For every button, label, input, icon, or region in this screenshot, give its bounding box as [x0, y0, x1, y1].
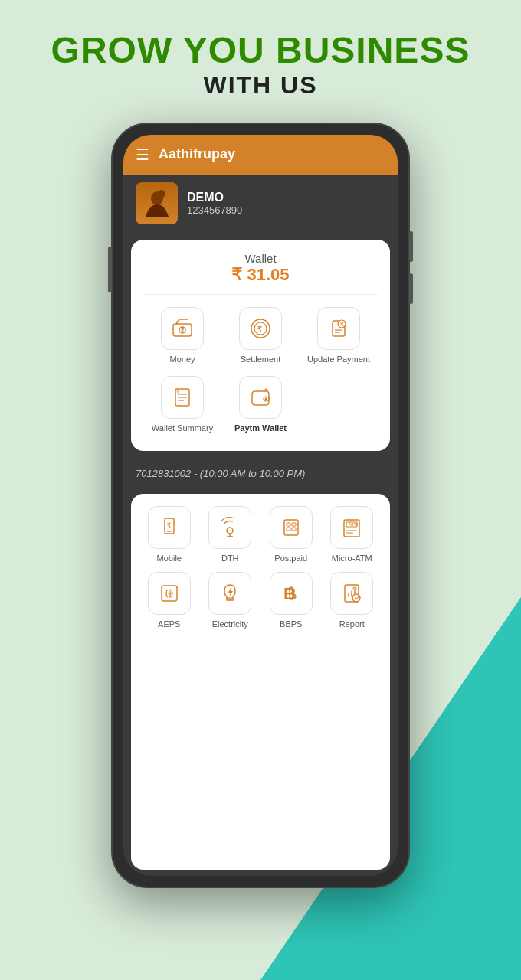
svg-point-43	[352, 594, 360, 602]
services-card: ₹ Mobile	[131, 494, 390, 870]
paytm-wallet-label: Paytm Wallet	[234, 423, 287, 433]
postpaid-icon-box	[270, 506, 313, 549]
postpaid-label: Postpaid	[274, 554, 307, 563]
report-service-button[interactable]: Report	[326, 572, 378, 629]
bbps-service-button[interactable]: B BBPS	[265, 572, 317, 629]
svg-point-1	[158, 190, 165, 198]
money-button[interactable]: ₹ Money	[143, 307, 221, 364]
update-payment-icon: ₹	[326, 316, 351, 341]
phone-wrapper: ☰ Aathifrupay	[0, 122, 521, 888]
hamburger-icon[interactable]: ☰	[136, 145, 149, 164]
aeps-service-button[interactable]: AEPS	[143, 572, 195, 629]
svg-text:ATM: ATM	[349, 522, 358, 527]
power-button[interactable]	[108, 247, 112, 292]
paytm-wallet-button[interactable]: Paytm Wallet	[221, 376, 300, 433]
settlement-icon: ₹	[248, 316, 273, 341]
bbps-icon: B	[279, 581, 303, 606]
dth-icon-box	[208, 506, 251, 549]
wallet-label: Wallet	[143, 252, 378, 265]
app-topbar: ☰ Aathifrupay	[123, 135, 398, 175]
settlement-button[interactable]: ₹ Settlement	[221, 307, 300, 364]
micro-atm-service-button[interactable]: ATM Micro-ATM	[326, 506, 378, 563]
wallet-icons-row-2: ₹ Wallet Summary	[143, 370, 378, 439]
paytm-wallet-icon-box	[239, 376, 282, 419]
mobile-icon-box: ₹	[148, 506, 191, 549]
postpaid-icon	[279, 515, 303, 540]
phone-device: ☰ Aathifrupay	[111, 122, 410, 888]
aeps-icon-box	[148, 572, 191, 615]
header-section: GROW YOU BUSINESS WITH US	[0, 0, 521, 115]
volume-down-button[interactable]	[409, 273, 413, 304]
report-icon-box	[330, 572, 373, 615]
update-payment-icon-box: ₹	[317, 307, 360, 350]
aeps-label: AEPS	[158, 619, 180, 629]
svg-point-24	[227, 528, 233, 534]
svg-point-38	[168, 592, 170, 594]
services-grid: ₹ Mobile	[143, 506, 378, 629]
wallet-divider	[143, 294, 378, 295]
wallet-summary-icon-box: ₹	[161, 376, 204, 419]
wallet-amount: ₹ 31.05	[143, 265, 378, 285]
dth-icon	[218, 515, 242, 540]
profile-info: DEMO 1234567890	[187, 191, 242, 216]
svg-rect-29	[292, 523, 296, 526]
wallet-summary-button[interactable]: ₹ Wallet Summary	[143, 376, 221, 433]
electricity-service-button[interactable]: Electricity	[205, 572, 257, 629]
info-bar: 7012831002 - (10:00 AM to 10:00 PM)	[123, 459, 398, 488]
info-text: 7012831002 - (10:00 AM to 10:00 PM)	[136, 468, 305, 479]
dth-label: DTH	[221, 554, 239, 563]
money-icon-box: ₹	[161, 307, 204, 350]
settlement-label: Settlement	[241, 354, 281, 364]
electricity-label: Electricity	[212, 619, 248, 629]
svg-rect-31	[292, 528, 296, 531]
svg-text:₹: ₹	[167, 522, 172, 529]
profile-name: DEMO	[187, 191, 242, 204]
headline-title: GROW YOU BUSINESS	[15, 31, 506, 71]
wallet-summary-icon: ₹	[170, 385, 195, 410]
bbps-label: BBPS	[280, 619, 302, 629]
app-name-label: Aathifrupay	[159, 146, 235, 162]
report-icon	[339, 581, 364, 606]
micro-atm-label: Micro-ATM	[332, 554, 372, 563]
bbps-icon-box: B	[270, 572, 313, 615]
wallet-icons-row-1: ₹ Money ₹ Settlement	[143, 301, 378, 370]
wallet-card: Wallet ₹ 31.05 ₹ M	[131, 240, 390, 451]
report-label: Report	[339, 619, 365, 629]
mobile-label: Mobile	[157, 554, 182, 563]
electricity-icon-box	[208, 572, 251, 615]
paytm-wallet-icon	[248, 385, 273, 410]
micro-atm-icon: ATM	[339, 515, 364, 540]
money-icon: ₹	[170, 316, 195, 341]
wallet-summary-label: Wallet Summary	[152, 423, 213, 433]
svg-text:₹: ₹	[257, 325, 262, 333]
profile-section: DEMO 1234567890	[123, 175, 398, 232]
avatar-image	[136, 182, 178, 224]
volume-up-button[interactable]	[409, 231, 413, 262]
update-payment-label: Update Payment	[307, 354, 370, 364]
postpaid-service-button[interactable]: Postpaid	[265, 506, 317, 563]
money-label: Money	[169, 354, 195, 364]
mobile-service-button[interactable]: ₹ Mobile	[143, 506, 195, 563]
profile-phone: 1234567890	[187, 204, 242, 216]
avatar-svg	[142, 188, 172, 218]
mobile-icon: ₹	[157, 515, 182, 540]
svg-rect-28	[287, 523, 290, 526]
svg-rect-30	[287, 528, 290, 531]
micro-atm-icon-box: ATM	[330, 506, 373, 549]
svg-point-20	[265, 397, 267, 400]
update-payment-button[interactable]: ₹ Update Payment	[300, 307, 378, 364]
headline-subtitle: WITH US	[15, 71, 506, 100]
settlement-icon-box: ₹	[239, 307, 282, 350]
svg-text:₹: ₹	[176, 390, 179, 394]
phone-screen: ☰ Aathifrupay	[123, 135, 398, 876]
dth-service-button[interactable]: DTH	[205, 506, 257, 563]
avatar	[136, 182, 178, 224]
aeps-icon	[157, 581, 182, 606]
electricity-icon	[218, 581, 242, 606]
